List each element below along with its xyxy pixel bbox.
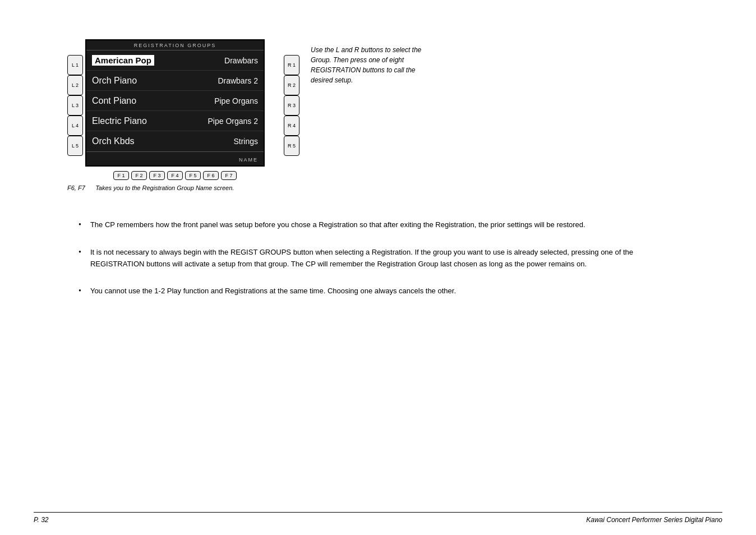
f2-button[interactable]: F 2 — [131, 171, 147, 180]
display-container: REGISTRATION GROUPS American Pop Drawbar… — [85, 39, 265, 180]
display-rows: American Pop Drawbars Orch Piano Drawbar… — [86, 50, 264, 151]
r5-button[interactable]: R 5 — [284, 136, 299, 156]
display-panel: REGISTRATION GROUPS American Pop Drawbar… — [85, 39, 265, 167]
l3-button[interactable]: L 3 — [67, 95, 83, 116]
bullet-dot-3: • — [79, 287, 81, 296]
l1-button[interactable]: L 1 — [67, 55, 83, 75]
bullet-text-2: It is not necessary to always begin with… — [90, 247, 677, 270]
name-bar: NAME — [86, 151, 264, 165]
top-section: L 1 L 2 L 3 L 4 L 5 REGISTRATION GROUPS … — [67, 39, 722, 180]
r-buttons: R 1 R 2 R 3 R 4 R 5 — [284, 55, 299, 156]
r2-button[interactable]: R 2 — [284, 75, 299, 95]
footer-title: Kawai Concert Performer Series Digital P… — [586, 516, 722, 524]
f6-button[interactable]: F 6 — [203, 171, 219, 180]
lr-container: L 1 L 2 L 3 L 4 L 5 REGISTRATION GROUPS … — [67, 39, 299, 180]
side-note: Use the L and R buttons to select the Gr… — [311, 45, 434, 85]
display-row-3: Cont Piano Pipe Organs — [86, 91, 264, 111]
f5-button[interactable]: F 5 — [185, 171, 201, 180]
highlighted-text: American Pop — [92, 55, 154, 66]
row3-left: Cont Piano — [86, 96, 175, 106]
page: L 1 L 2 L 3 L 4 L 5 REGISTRATION GROUPS … — [0, 0, 756, 535]
registration-groups-label: REGISTRATION GROUPS — [86, 40, 264, 50]
f1-button[interactable]: F 1 — [113, 171, 129, 180]
bullet-item-3: • You cannot use the 1-2 Play function a… — [79, 285, 677, 297]
l4-button[interactable]: L 4 — [67, 116, 83, 136]
bullet-dot-2: • — [79, 248, 81, 257]
r3-button[interactable]: R 3 — [284, 95, 299, 116]
caption-text: Takes you to the Registration Group Name… — [95, 185, 234, 191]
f4-button[interactable]: F 4 — [167, 171, 183, 180]
f7-button[interactable]: F 7 — [221, 171, 237, 180]
bullets-section: • The CP remembers how the front panel w… — [79, 219, 677, 297]
display-row-2: Orch Piano Drawbars 2 — [86, 71, 264, 91]
l2-button[interactable]: L 2 — [67, 75, 83, 95]
caption: F6, F7 Takes you to the Registration Gro… — [67, 185, 722, 191]
l-buttons: L 1 L 2 L 3 L 4 L 5 — [67, 55, 83, 156]
f3-button[interactable]: F 3 — [149, 171, 165, 180]
bullet-text-3: You cannot use the 1-2 Play function and… — [90, 285, 456, 297]
row4-right: Pipe Organs 2 — [175, 117, 264, 126]
display-row-1: American Pop Drawbars — [86, 50, 264, 71]
page-footer: P. 32 Kawai Concert Performer Series Dig… — [34, 512, 722, 524]
display-row-4: Electric Piano Pipe Organs 2 — [86, 111, 264, 131]
r1-button[interactable]: R 1 — [284, 55, 299, 75]
bullet-dot-1: • — [79, 220, 81, 229]
row3-right: Pipe Organs — [175, 96, 264, 105]
row4-left: Electric Piano — [86, 116, 175, 126]
footer-page: P. 32 — [34, 516, 48, 524]
row1-left: American Pop — [86, 56, 175, 66]
display-row-5: Orch Kbds Strings — [86, 131, 264, 151]
bullet-item-1: • The CP remembers how the front panel w… — [79, 219, 677, 231]
r4-button[interactable]: R 4 — [284, 116, 299, 136]
bullet-text-1: The CP remembers how the front panel was… — [90, 219, 586, 231]
row2-left: Orch Piano — [86, 76, 175, 86]
row2-right: Drawbars 2 — [175, 76, 264, 85]
f-buttons-row: F 1 F 2 F 3 F 4 F 5 F 6 F 7 — [113, 171, 237, 180]
row5-left: Orch Kbds — [86, 136, 175, 146]
bullet-item-2: • It is not necessary to always begin wi… — [79, 247, 677, 270]
row5-right: Strings — [175, 137, 264, 146]
caption-prefix: F6, F7 — [67, 185, 85, 191]
name-bar-label: NAME — [239, 157, 258, 163]
row1-right: Drawbars — [175, 56, 264, 65]
l5-button[interactable]: L 5 — [67, 136, 83, 156]
